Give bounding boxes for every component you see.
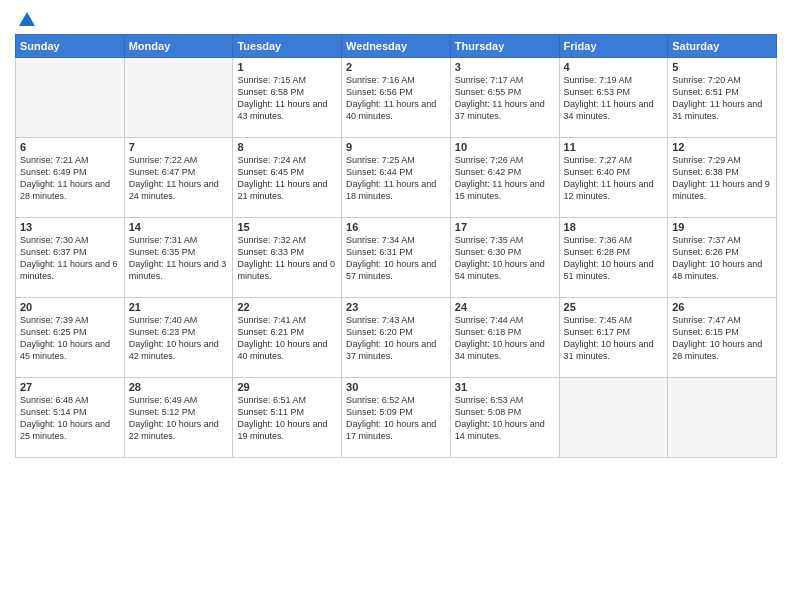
- day-info: Sunrise: 7:37 AMSunset: 6:26 PMDaylight:…: [672, 234, 772, 283]
- day-number: 19: [672, 221, 772, 233]
- day-number: 18: [564, 221, 664, 233]
- day-info: Sunrise: 7:30 AMSunset: 6:37 PMDaylight:…: [20, 234, 120, 283]
- day-info: Sunrise: 7:45 AMSunset: 6:17 PMDaylight:…: [564, 314, 664, 363]
- day-info: Sunrise: 7:44 AMSunset: 6:18 PMDaylight:…: [455, 314, 555, 363]
- day-info: Sunrise: 6:53 AMSunset: 5:08 PMDaylight:…: [455, 394, 555, 443]
- calendar-week-row: 20Sunrise: 7:39 AMSunset: 6:25 PMDayligh…: [16, 298, 777, 378]
- calendar-cell: 12Sunrise: 7:29 AMSunset: 6:38 PMDayligh…: [668, 138, 777, 218]
- calendar-cell: 28Sunrise: 6:49 AMSunset: 5:12 PMDayligh…: [124, 378, 233, 458]
- day-info: Sunrise: 6:51 AMSunset: 5:11 PMDaylight:…: [237, 394, 337, 443]
- day-info: Sunrise: 6:48 AMSunset: 5:14 PMDaylight:…: [20, 394, 120, 443]
- day-info: Sunrise: 6:49 AMSunset: 5:12 PMDaylight:…: [129, 394, 229, 443]
- day-number: 16: [346, 221, 446, 233]
- day-number: 20: [20, 301, 120, 313]
- calendar-cell: 3Sunrise: 7:17 AMSunset: 6:55 PMDaylight…: [450, 58, 559, 138]
- calendar-cell: 5Sunrise: 7:20 AMSunset: 6:51 PMDaylight…: [668, 58, 777, 138]
- day-number: 3: [455, 61, 555, 73]
- day-number: 23: [346, 301, 446, 313]
- calendar-cell: 22Sunrise: 7:41 AMSunset: 6:21 PMDayligh…: [233, 298, 342, 378]
- calendar-cell: [124, 58, 233, 138]
- day-number: 25: [564, 301, 664, 313]
- calendar-cell: 19Sunrise: 7:37 AMSunset: 6:26 PMDayligh…: [668, 218, 777, 298]
- day-info: Sunrise: 7:26 AMSunset: 6:42 PMDaylight:…: [455, 154, 555, 203]
- calendar-cell: 29Sunrise: 6:51 AMSunset: 5:11 PMDayligh…: [233, 378, 342, 458]
- calendar-cell: 18Sunrise: 7:36 AMSunset: 6:28 PMDayligh…: [559, 218, 668, 298]
- calendar-cell: 13Sunrise: 7:30 AMSunset: 6:37 PMDayligh…: [16, 218, 125, 298]
- calendar-week-row: 27Sunrise: 6:48 AMSunset: 5:14 PMDayligh…: [16, 378, 777, 458]
- calendar-cell: 25Sunrise: 7:45 AMSunset: 6:17 PMDayligh…: [559, 298, 668, 378]
- day-info: Sunrise: 7:29 AMSunset: 6:38 PMDaylight:…: [672, 154, 772, 203]
- calendar-cell: [16, 58, 125, 138]
- day-number: 13: [20, 221, 120, 233]
- day-info: Sunrise: 7:19 AMSunset: 6:53 PMDaylight:…: [564, 74, 664, 123]
- calendar-cell: 26Sunrise: 7:47 AMSunset: 6:15 PMDayligh…: [668, 298, 777, 378]
- calendar-week-row: 6Sunrise: 7:21 AMSunset: 6:49 PMDaylight…: [16, 138, 777, 218]
- day-number: 30: [346, 381, 446, 393]
- day-number: 11: [564, 141, 664, 153]
- day-info: Sunrise: 7:39 AMSunset: 6:25 PMDaylight:…: [20, 314, 120, 363]
- day-info: Sunrise: 7:27 AMSunset: 6:40 PMDaylight:…: [564, 154, 664, 203]
- calendar-cell: 4Sunrise: 7:19 AMSunset: 6:53 PMDaylight…: [559, 58, 668, 138]
- calendar-header-day: Tuesday: [233, 35, 342, 58]
- calendar-cell: [668, 378, 777, 458]
- calendar-cell: 8Sunrise: 7:24 AMSunset: 6:45 PMDaylight…: [233, 138, 342, 218]
- day-number: 21: [129, 301, 229, 313]
- day-number: 2: [346, 61, 446, 73]
- calendar-cell: 20Sunrise: 7:39 AMSunset: 6:25 PMDayligh…: [16, 298, 125, 378]
- day-number: 12: [672, 141, 772, 153]
- day-number: 6: [20, 141, 120, 153]
- day-info: Sunrise: 7:15 AMSunset: 6:58 PMDaylight:…: [237, 74, 337, 123]
- header: [15, 10, 777, 26]
- calendar-cell: 27Sunrise: 6:48 AMSunset: 5:14 PMDayligh…: [16, 378, 125, 458]
- calendar-cell: 6Sunrise: 7:21 AMSunset: 6:49 PMDaylight…: [16, 138, 125, 218]
- calendar-cell: 2Sunrise: 7:16 AMSunset: 6:56 PMDaylight…: [342, 58, 451, 138]
- day-info: Sunrise: 7:31 AMSunset: 6:35 PMDaylight:…: [129, 234, 229, 283]
- day-info: Sunrise: 7:32 AMSunset: 6:33 PMDaylight:…: [237, 234, 337, 283]
- day-number: 27: [20, 381, 120, 393]
- calendar-cell: 9Sunrise: 7:25 AMSunset: 6:44 PMDaylight…: [342, 138, 451, 218]
- calendar-cell: 11Sunrise: 7:27 AMSunset: 6:40 PMDayligh…: [559, 138, 668, 218]
- calendar-cell: 7Sunrise: 7:22 AMSunset: 6:47 PMDaylight…: [124, 138, 233, 218]
- day-number: 8: [237, 141, 337, 153]
- calendar-header-day: Saturday: [668, 35, 777, 58]
- calendar-header-day: Wednesday: [342, 35, 451, 58]
- svg-marker-0: [19, 12, 35, 26]
- calendar-header-row: SundayMondayTuesdayWednesdayThursdayFrid…: [16, 35, 777, 58]
- calendar-week-row: 1Sunrise: 7:15 AMSunset: 6:58 PMDaylight…: [16, 58, 777, 138]
- calendar-week-row: 13Sunrise: 7:30 AMSunset: 6:37 PMDayligh…: [16, 218, 777, 298]
- day-number: 24: [455, 301, 555, 313]
- day-number: 1: [237, 61, 337, 73]
- calendar-header-day: Sunday: [16, 35, 125, 58]
- calendar-cell: 17Sunrise: 7:35 AMSunset: 6:30 PMDayligh…: [450, 218, 559, 298]
- day-info: Sunrise: 7:36 AMSunset: 6:28 PMDaylight:…: [564, 234, 664, 283]
- calendar-cell: 31Sunrise: 6:53 AMSunset: 5:08 PMDayligh…: [450, 378, 559, 458]
- day-number: 14: [129, 221, 229, 233]
- day-number: 15: [237, 221, 337, 233]
- day-number: 26: [672, 301, 772, 313]
- day-info: Sunrise: 7:41 AMSunset: 6:21 PMDaylight:…: [237, 314, 337, 363]
- calendar-header-day: Thursday: [450, 35, 559, 58]
- calendar-cell: 23Sunrise: 7:43 AMSunset: 6:20 PMDayligh…: [342, 298, 451, 378]
- day-info: Sunrise: 7:25 AMSunset: 6:44 PMDaylight:…: [346, 154, 446, 203]
- calendar-cell: 1Sunrise: 7:15 AMSunset: 6:58 PMDaylight…: [233, 58, 342, 138]
- day-number: 5: [672, 61, 772, 73]
- day-number: 7: [129, 141, 229, 153]
- calendar-cell: 14Sunrise: 7:31 AMSunset: 6:35 PMDayligh…: [124, 218, 233, 298]
- day-info: Sunrise: 7:17 AMSunset: 6:55 PMDaylight:…: [455, 74, 555, 123]
- calendar-table: SundayMondayTuesdayWednesdayThursdayFrid…: [15, 34, 777, 458]
- page: SundayMondayTuesdayWednesdayThursdayFrid…: [0, 0, 792, 612]
- day-number: 31: [455, 381, 555, 393]
- calendar-cell: 30Sunrise: 6:52 AMSunset: 5:09 PMDayligh…: [342, 378, 451, 458]
- day-number: 17: [455, 221, 555, 233]
- day-number: 22: [237, 301, 337, 313]
- day-info: Sunrise: 6:52 AMSunset: 5:09 PMDaylight:…: [346, 394, 446, 443]
- day-info: Sunrise: 7:20 AMSunset: 6:51 PMDaylight:…: [672, 74, 772, 123]
- day-info: Sunrise: 7:22 AMSunset: 6:47 PMDaylight:…: [129, 154, 229, 203]
- calendar-cell: 24Sunrise: 7:44 AMSunset: 6:18 PMDayligh…: [450, 298, 559, 378]
- calendar-cell: 15Sunrise: 7:32 AMSunset: 6:33 PMDayligh…: [233, 218, 342, 298]
- day-number: 29: [237, 381, 337, 393]
- day-info: Sunrise: 7:35 AMSunset: 6:30 PMDaylight:…: [455, 234, 555, 283]
- day-info: Sunrise: 7:21 AMSunset: 6:49 PMDaylight:…: [20, 154, 120, 203]
- logo-icon: [17, 10, 37, 30]
- day-info: Sunrise: 7:47 AMSunset: 6:15 PMDaylight:…: [672, 314, 772, 363]
